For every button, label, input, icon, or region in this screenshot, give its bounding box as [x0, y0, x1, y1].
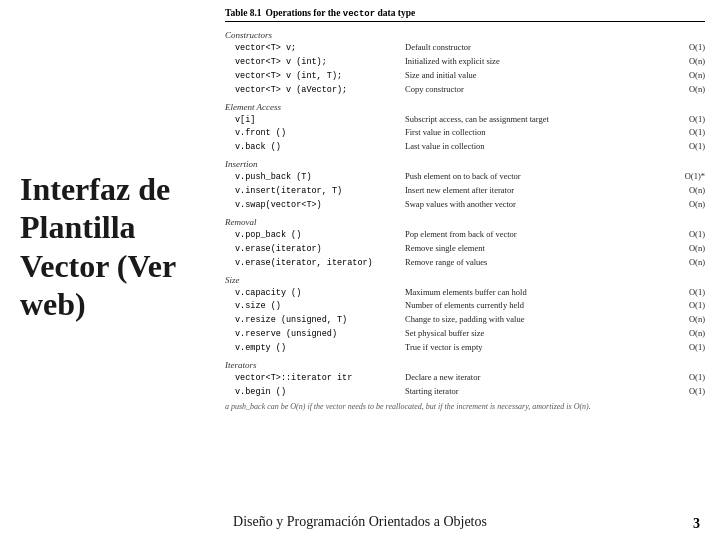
code-cell: vector<T> v (aVector);: [225, 85, 405, 97]
desc-cell: Remove range of values: [405, 257, 670, 269]
page-container: Interfaz de Plantilla Vector (Ver web) T…: [0, 0, 720, 540]
table-row: v[i]Subscript access, can be assignment …: [225, 114, 705, 127]
desc-cell: Initialized with explicit size: [405, 56, 670, 68]
section-header: Insertion: [225, 159, 705, 169]
code-cell: v.swap(vector<T>): [225, 200, 405, 212]
table-row: vector<T> v (int, T);Size and initial va…: [225, 70, 705, 83]
code-cell: v.front (): [225, 128, 405, 140]
desc-cell: Starting iterator: [405, 386, 670, 398]
table-row: v.insert(iterator, T)Insert new element …: [225, 185, 705, 198]
table-number: Table 8.1: [225, 8, 262, 18]
desc-cell: Change to size, padding with value: [405, 314, 670, 326]
complexity-cell: O(n): [670, 243, 705, 255]
complexity-cell: O(1): [670, 300, 705, 312]
complexity-cell: O(n): [670, 185, 705, 197]
table-row: vector<T>::iterator itrDeclare a new ite…: [225, 372, 705, 385]
code-cell: v.size (): [225, 301, 405, 313]
code-cell: vector<T> v (int);: [225, 57, 405, 69]
complexity-cell: O(1): [670, 114, 705, 126]
desc-cell: Default constructor: [405, 42, 670, 54]
table-row: v.begin ()Starting iteratorO(1): [225, 386, 705, 399]
section-header: Element Access: [225, 102, 705, 112]
table-row: v.capacity ()Maximum elements buffer can…: [225, 287, 705, 300]
section-header: Constructors: [225, 30, 705, 40]
complexity-cell: O(1): [670, 287, 705, 299]
section-header: Size: [225, 275, 705, 285]
code-cell: v.back (): [225, 142, 405, 154]
complexity-cell: O(1): [670, 141, 705, 153]
table-row: v.swap(vector<T>)Swap values with anothe…: [225, 199, 705, 212]
desc-cell: Remove single element: [405, 243, 670, 255]
complexity-cell: O(n): [670, 257, 705, 269]
code-cell: v.empty (): [225, 343, 405, 355]
code-cell: v.pop_back (): [225, 230, 405, 242]
code-cell: v.insert(iterator, T): [225, 186, 405, 198]
table-sections: Constructorsvector<T> v;Default construc…: [225, 30, 705, 399]
complexity-cell: O(n): [670, 56, 705, 68]
footer-text: Diseño y Programación Orientados a Objet…: [233, 514, 487, 530]
page-number: 3: [693, 516, 700, 532]
desc-cell: Insert new element after iterator: [405, 185, 670, 197]
complexity-cell: O(1): [670, 229, 705, 241]
desc-cell: True if vector is empty: [405, 342, 670, 354]
table-title-row: Table 8.1 Operations for the vector data…: [225, 8, 705, 22]
desc-cell: Pop element from back of vector: [405, 229, 670, 241]
desc-cell: Size and initial value: [405, 70, 670, 82]
footer: Diseño y Programación Orientados a Objet…: [0, 509, 720, 535]
table-row: v.pop_back ()Pop element from back of ve…: [225, 229, 705, 242]
desc-cell: Set physical buffer size: [405, 328, 670, 340]
table-row: v.empty ()True if vector is emptyO(1): [225, 342, 705, 355]
page-title: Interfaz de Plantilla Vector (Ver web): [20, 170, 205, 324]
complexity-cell: O(n): [670, 84, 705, 96]
section-header: Iterators: [225, 360, 705, 370]
table-row: vector<T> v (aVector);Copy constructorO(…: [225, 84, 705, 97]
complexity-cell: O(1): [670, 386, 705, 398]
table-row: v.resize (unsigned, T)Change to size, pa…: [225, 314, 705, 327]
desc-cell: Push element on to back of vector: [405, 171, 670, 183]
complexity-cell: O(1): [670, 42, 705, 54]
table-row: vector<T> v;Default constructorO(1): [225, 42, 705, 55]
code-cell: v.erase(iterator, iterator): [225, 258, 405, 270]
code-cell: v[i]: [225, 115, 405, 127]
complexity-cell: O(n): [670, 328, 705, 340]
bottom-partial-note: a push_back can be O(n) if the vector ne…: [225, 400, 705, 414]
code-cell: v.push_back (T): [225, 172, 405, 184]
desc-cell: Subscript access, can be assignment targ…: [405, 114, 670, 126]
complexity-cell: O(1): [670, 127, 705, 139]
table-row: v.back ()Last value in collectionO(1): [225, 141, 705, 154]
code-cell: v.resize (unsigned, T): [225, 315, 405, 327]
complexity-cell: O(1): [670, 372, 705, 384]
code-cell: v.begin (): [225, 387, 405, 399]
desc-cell: Copy constructor: [405, 84, 670, 96]
code-cell: vector<T> v (int, T);: [225, 71, 405, 83]
desc-cell: First value in collection: [405, 127, 670, 139]
table-row: vector<T> v (int);Initialized with expli…: [225, 56, 705, 69]
table-row: v.reserve (unsigned)Set physical buffer …: [225, 328, 705, 341]
complexity-cell: O(1): [670, 342, 705, 354]
complexity-cell: O(n): [670, 199, 705, 211]
code-cell: v.capacity (): [225, 288, 405, 300]
complexity-cell: O(1)*: [670, 171, 705, 183]
table-row: v.erase(iterator, iterator)Remove range …: [225, 257, 705, 270]
complexity-cell: O(n): [670, 314, 705, 326]
table-row: v.erase(iterator)Remove single elementO(…: [225, 243, 705, 256]
code-cell: v.reserve (unsigned): [225, 329, 405, 341]
desc-cell: Declare a new iterator: [405, 372, 670, 384]
table-area: Table 8.1 Operations for the vector data…: [210, 0, 720, 540]
complexity-cell: O(n): [670, 70, 705, 82]
left-panel: Interfaz de Plantilla Vector (Ver web): [0, 150, 220, 344]
table-title-text: Operations for the vector data type: [266, 8, 416, 19]
desc-cell: Number of elements currently held: [405, 300, 670, 312]
table-row: v.front ()First value in collectionO(1): [225, 127, 705, 140]
desc-cell: Swap values with another vector: [405, 199, 670, 211]
code-cell: v.erase(iterator): [225, 244, 405, 256]
table-row: v.push_back (T)Push element on to back o…: [225, 171, 705, 184]
table-row: v.size ()Number of elements currently he…: [225, 300, 705, 313]
section-header: Removal: [225, 217, 705, 227]
desc-cell: Maximum elements buffer can hold: [405, 287, 670, 299]
code-cell: vector<T>::iterator itr: [225, 373, 405, 385]
code-cell: vector<T> v;: [225, 43, 405, 55]
desc-cell: Last value in collection: [405, 141, 670, 153]
